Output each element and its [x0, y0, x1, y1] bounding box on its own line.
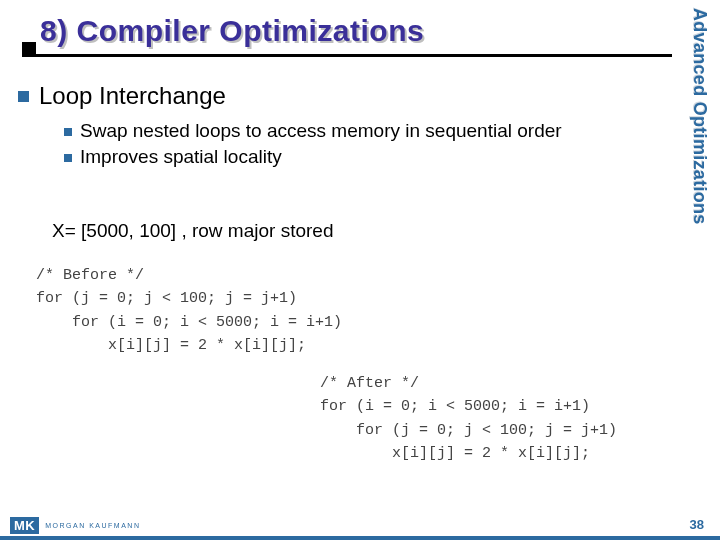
square-bullet-icon: [18, 91, 29, 102]
code-after: /* After */ for (i = 0; i < 5000; i = i+…: [320, 372, 617, 465]
bullet-level-1: Loop Interchange: [18, 82, 658, 110]
slide-title-block: 8) Compiler Optimizations: [22, 14, 424, 48]
bullet-sub-text: Swap nested loops to access memory in se…: [80, 120, 562, 142]
array-note: X= [5000, 100] , row major stored: [52, 220, 333, 242]
code-before: /* Before */ for (j = 0; j < 100; j = j+…: [36, 264, 342, 357]
bullet-level-2: Improves spatial locality: [64, 146, 658, 168]
title-underline: [22, 54, 672, 57]
slide-footer: MK Morgan Kaufmann 38: [0, 514, 720, 540]
title-accent-block: [22, 42, 36, 54]
logo-mark: MK: [10, 517, 39, 534]
bullet-main-text: Loop Interchange: [39, 82, 226, 110]
footer-bar: [0, 536, 720, 540]
bullet-block: Loop Interchange Swap nested loops to ac…: [18, 82, 658, 172]
publisher-logo: MK Morgan Kaufmann: [10, 517, 140, 534]
bullet-level-2: Swap nested loops to access memory in se…: [64, 120, 658, 142]
square-bullet-icon: [64, 128, 72, 136]
bullet-sub-text: Improves spatial locality: [80, 146, 282, 168]
slide-title: 8) Compiler Optimizations: [22, 14, 424, 48]
page-number: 38: [690, 517, 704, 532]
section-side-label: Advanced Optimizations: [689, 8, 710, 225]
square-bullet-icon: [64, 154, 72, 162]
logo-text: Morgan Kaufmann: [45, 522, 140, 529]
